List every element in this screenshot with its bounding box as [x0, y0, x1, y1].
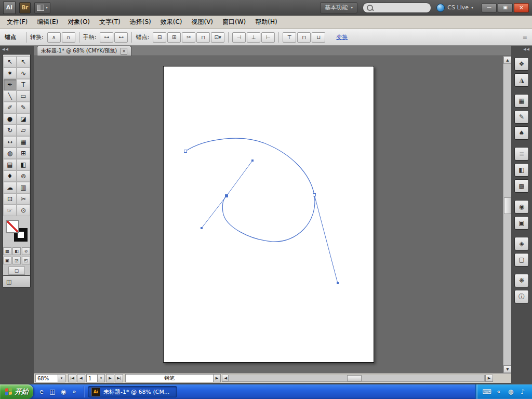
convert-to-smooth-button[interactable]: ∩: [62, 32, 75, 43]
previous-artboard-button[interactable]: ◀: [77, 374, 85, 382]
remove-anchor-button[interactable]: ⊟: [153, 32, 166, 43]
next-artboard-button[interactable]: ▶: [106, 374, 114, 382]
artboard-tool[interactable]: ⊡: [3, 193, 17, 205]
restore-button[interactable]: ▣: [498, 3, 513, 12]
pen-tool[interactable]: ✒: [3, 79, 17, 90]
status-display[interactable]: 钢笔 ▶: [125, 374, 221, 382]
artboard-dropdown-button[interactable]: ▾: [97, 375, 104, 382]
start-button[interactable]: 开始: [0, 384, 33, 399]
artboards-panel-icon[interactable]: ▢: [514, 253, 529, 267]
swatches-panel-icon[interactable]: ▦: [514, 94, 529, 108]
symbol-sprayer-tool[interactable]: ☁: [3, 182, 17, 193]
color-button[interactable]: ▩: [3, 247, 11, 255]
info-panel-icon[interactable]: ⓘ: [514, 290, 529, 303]
paintbrush-tool[interactable]: ✐: [3, 102, 17, 113]
shape-builder-tool[interactable]: ◍: [3, 148, 17, 159]
rectangle-tool[interactable]: ▭: [17, 90, 30, 102]
tab-close-icon[interactable]: ×: [121, 48, 127, 55]
resize-grip[interactable]: [493, 374, 511, 383]
tools-collapse-button[interactable]: ◀◀: [0, 46, 34, 54]
brushes-panel-icon[interactable]: ✎: [514, 110, 529, 124]
document-tab[interactable]: 未标题-1* @ 68% (CMYK/预览) ×: [37, 46, 131, 56]
layers-panel-icon[interactable]: ◈: [514, 237, 529, 250]
first-artboard-button[interactable]: |◀: [68, 374, 76, 382]
arrange-documents-button[interactable]: ▾: [34, 2, 50, 14]
gradient-tool[interactable]: ◧: [17, 159, 30, 170]
magic-wand-tool[interactable]: ✶: [3, 68, 17, 79]
type-tool[interactable]: T: [17, 79, 30, 90]
align-bottom-button[interactable]: ⊔: [312, 32, 325, 43]
last-artboard-button[interactable]: ▶|: [115, 374, 123, 382]
eyedropper-tool[interactable]: ♦: [3, 170, 17, 182]
zoom-dropdown-button[interactable]: ▾: [58, 375, 65, 382]
eraser-tool[interactable]: ◪: [17, 113, 30, 125]
blob-brush-tool[interactable]: ●: [3, 113, 17, 125]
draw-normal-button[interactable]: ▣: [3, 257, 11, 264]
menu-view[interactable]: 视图(V): [187, 16, 218, 28]
align-center-button[interactable]: ⊥: [247, 32, 260, 43]
lasso-tool[interactable]: ∿: [17, 68, 30, 79]
artboard[interactable]: [163, 66, 374, 363]
artboard-combo[interactable]: 1 ▾: [86, 374, 105, 382]
status-menu-button[interactable]: ▶: [213, 375, 220, 382]
fill-color-swatch[interactable]: [6, 220, 19, 233]
draw-inside-button[interactable]: ◰: [22, 257, 30, 264]
color-panel-icon[interactable]: ❖: [514, 57, 529, 71]
menu-help[interactable]: 帮助(H): [250, 16, 282, 28]
cs-live-button[interactable]: CS Live ▾: [436, 4, 473, 12]
stroke-panel-icon[interactable]: ≡: [514, 147, 529, 161]
menu-window[interactable]: 窗口(W): [218, 16, 250, 28]
pencil-tool[interactable]: ✎: [17, 102, 30, 113]
show-handles-button[interactable]: ⊶: [100, 32, 113, 43]
symbols-panel-icon[interactable]: ♠: [514, 126, 529, 140]
rotate-tool[interactable]: ↻: [3, 125, 17, 136]
navigator-panel-icon[interactable]: ❋: [514, 274, 529, 287]
convert-to-corner-button[interactable]: ∧: [47, 32, 61, 43]
mesh-tool[interactable]: ▤: [3, 159, 17, 170]
collapsed-panel-button[interactable]: ◫: [3, 275, 31, 288]
isolate-path-dropdown-button[interactable]: ⊡▾: [211, 32, 224, 43]
search-field[interactable]: [363, 3, 431, 13]
direct-selection-tool[interactable]: ↖: [17, 56, 30, 68]
transform-link[interactable]: 变换: [336, 33, 348, 41]
appearance-panel-icon[interactable]: ◉: [514, 200, 529, 214]
align-left-button[interactable]: ⊣: [232, 32, 246, 43]
bridge-button[interactable]: Br: [19, 2, 31, 14]
align-top-button[interactable]: ⊤: [283, 32, 296, 43]
menu-edit[interactable]: 编辑(E): [32, 16, 63, 28]
taskbar-task-button[interactable]: Ai 未标题-1* @ 68% (CM...: [88, 386, 177, 397]
keyboard-icon[interactable]: ⌨: [483, 388, 491, 396]
canvas[interactable]: [34, 56, 503, 373]
free-transform-tool[interactable]: ▦: [17, 136, 30, 148]
menu-effect[interactable]: 效果(C): [156, 16, 187, 28]
horizontal-scrollbar-thumb[interactable]: [347, 375, 362, 381]
scale-tool[interactable]: ▱: [17, 125, 30, 136]
screen-mode-button[interactable]: ▢: [8, 267, 25, 275]
search-input[interactable]: [375, 4, 429, 11]
vertical-scrollbar-thumb[interactable]: [504, 197, 511, 214]
transparency-panel-icon[interactable]: ▩: [514, 179, 529, 193]
panels-collapse-button[interactable]: ◀◀: [511, 46, 532, 54]
add-anchor-button[interactable]: ⊞: [167, 32, 181, 43]
hide-handles-button[interactable]: ⊷: [114, 32, 128, 43]
scroll-down-button[interactable]: ▼: [503, 365, 512, 373]
more-quick-launch-chevron-icon[interactable]: »: [70, 388, 78, 396]
workspace-switcher-button[interactable]: 基本功能 ▾: [320, 2, 357, 14]
gradient-panel-icon[interactable]: ◧: [514, 163, 529, 177]
perspective-grid-tool[interactable]: ⊞: [17, 148, 30, 159]
draw-behind-button[interactable]: ◲: [12, 257, 21, 264]
line-segment-tool[interactable]: ╲: [3, 90, 17, 102]
graphic-styles-panel-icon[interactable]: ▣: [514, 216, 529, 230]
menu-file[interactable]: 文件(F): [2, 16, 32, 28]
zoom-combo[interactable]: 68% ▾: [35, 374, 65, 382]
column-graph-tool[interactable]: ▥: [17, 182, 30, 193]
none-button[interactable]: ⊘: [22, 247, 30, 255]
zoom-tool[interactable]: ⊙: [17, 205, 30, 216]
minimize-button[interactable]: —: [482, 3, 497, 12]
hide-icons-chevron-icon[interactable]: «: [495, 388, 503, 396]
blend-tool[interactable]: ⊚: [17, 170, 30, 182]
align-right-button[interactable]: ⊢: [261, 32, 275, 43]
gradient-button[interactable]: ◧: [12, 247, 21, 255]
ie-icon[interactable]: e: [37, 388, 46, 396]
media-player-icon[interactable]: ◉: [59, 388, 68, 396]
